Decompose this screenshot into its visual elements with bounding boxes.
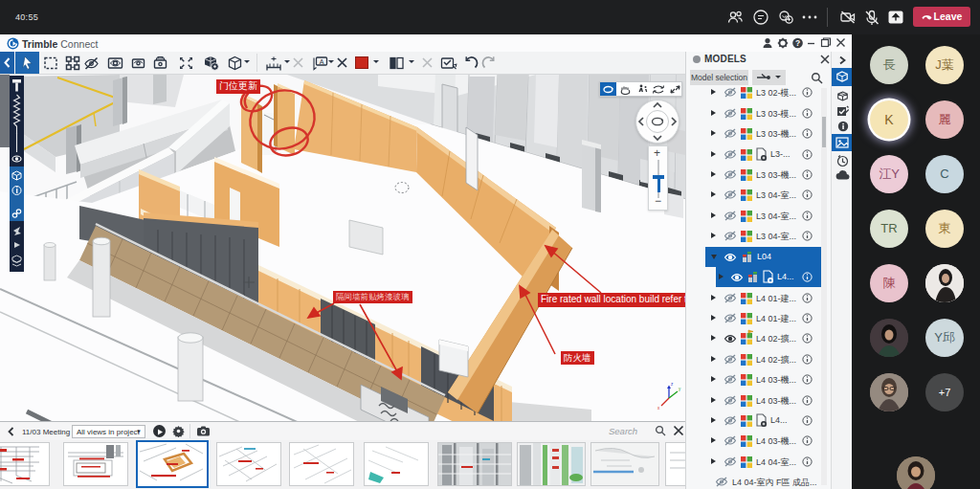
svg-text:?: ? [795,38,800,48]
svg-text:A: A [320,58,324,65]
